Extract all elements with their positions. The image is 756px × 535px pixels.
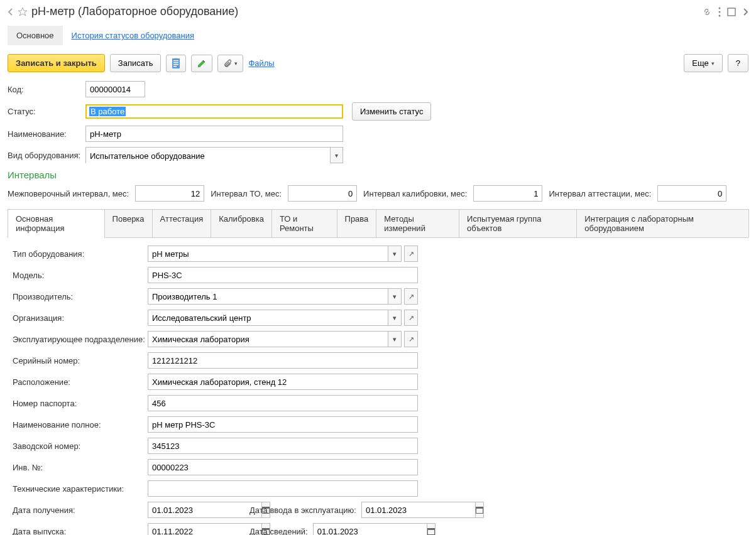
link-icon[interactable] <box>702 7 712 17</box>
attach-button[interactable]: ▾ <box>217 55 243 72</box>
details-section: Тип оборудования: ▾ ↗ Модель: Производит… <box>8 246 748 535</box>
svg-rect-16 <box>427 529 434 531</box>
maximize-icon[interactable] <box>727 8 736 16</box>
svg-rect-12 <box>476 507 483 509</box>
equip-type-detail-label: Тип оборудования: <box>13 249 148 259</box>
more-vert-icon[interactable] <box>718 7 721 17</box>
edit-button[interactable] <box>191 55 212 72</box>
location-input[interactable] <box>148 374 418 390</box>
report-button[interactable] <box>166 55 186 72</box>
nav-tab-main[interactable]: Основное <box>8 26 63 45</box>
status-label: Статус: <box>8 107 82 116</box>
maintenance-interval-label: Интервал ТО, мес: <box>211 189 282 198</box>
svg-rect-6 <box>173 62 178 63</box>
tab-integration[interactable]: Интеграция с лабораторным оборудованием <box>576 209 749 237</box>
equip-type-select[interactable] <box>86 148 330 164</box>
commission-date-input[interactable] <box>361 502 475 518</box>
chevron-down-icon[interactable]: ▾ <box>388 310 402 326</box>
tab-test-group[interactable]: Испытуемая группа объектов <box>459 209 577 237</box>
model-input[interactable] <box>148 267 418 283</box>
open-ref-icon[interactable]: ↗ <box>404 246 418 262</box>
change-status-button[interactable]: Изменить статус <box>352 102 431 121</box>
nav-tabs: Основное История статусов оборудования <box>8 26 748 45</box>
tab-methods[interactable]: Методы измерений <box>376 209 459 237</box>
sub-tabs: Основная информация Поверка Аттестация К… <box>8 209 748 238</box>
equip-type-label: Вид оборудования: <box>8 151 82 160</box>
tech-spec-input[interactable] <box>148 480 418 497</box>
verification-interval-label: Межповерочный интервал, мес: <box>8 189 129 198</box>
intervals-row: Межповерочный интервал, мес: Интервал ТО… <box>8 185 748 202</box>
page-title: pH-метр (Лабораторное оборудование) <box>31 5 238 18</box>
more-button[interactable]: Еще ▾ <box>684 54 722 72</box>
info-date-label: Дата сведений: <box>249 527 308 536</box>
manufacturer-input[interactable] <box>148 288 388 305</box>
verification-interval-input[interactable] <box>135 185 204 202</box>
model-label: Модель: <box>13 271 148 280</box>
svg-rect-3 <box>728 8 735 16</box>
tab-maintenance[interactable]: ТО и Ремонты <box>271 209 337 237</box>
write-and-close-button[interactable]: Записать и закрыть <box>8 54 105 72</box>
factory-num-label: Заводской номер: <box>13 441 148 451</box>
tab-verification[interactable]: Поверка <box>104 209 153 237</box>
receipt-date-input[interactable] <box>148 502 261 518</box>
write-button[interactable]: Записать <box>110 54 162 72</box>
files-link[interactable]: Файлы <box>248 58 274 68</box>
chevron-down-icon[interactable]: ▾ <box>388 331 402 347</box>
release-date-label: Дата выпуска: <box>13 527 148 536</box>
org-input[interactable] <box>148 310 388 326</box>
maintenance-interval-input[interactable] <box>288 185 357 202</box>
svg-rect-4 <box>172 58 180 68</box>
attestation-interval-label: Интервал аттестации, мес: <box>549 189 651 198</box>
svg-point-1 <box>719 11 721 13</box>
back-icon[interactable] <box>8 8 14 16</box>
serial-label: Серийный номер: <box>13 356 148 365</box>
open-ref-icon[interactable]: ↗ <box>404 310 418 326</box>
calendar-icon[interactable] <box>475 502 484 518</box>
toolbar: Записать и закрыть Записать ▾ Файлы Еще … <box>8 54 748 72</box>
tab-calibration[interactable]: Калибровка <box>211 209 272 237</box>
factory-num-input[interactable] <box>148 438 418 454</box>
info-date-input[interactable] <box>313 523 427 535</box>
full-name-input[interactable] <box>148 416 418 433</box>
chevron-down-icon[interactable]: ▾ <box>388 288 402 305</box>
calibration-interval-label: Интервал калибровки, мес: <box>363 189 467 198</box>
tech-spec-label: Технические характеристики: <box>13 484 148 494</box>
org-label: Организация: <box>13 313 148 323</box>
status-value: В работе <box>89 107 126 116</box>
intervals-title: Интервалы <box>8 170 748 180</box>
name-label: Наименование: <box>8 129 82 139</box>
help-button[interactable]: ? <box>728 54 748 72</box>
forward-icon[interactable] <box>742 8 748 16</box>
serial-input[interactable] <box>148 352 418 369</box>
chevron-down-icon[interactable]: ▾ <box>330 148 342 163</box>
open-ref-icon[interactable]: ↗ <box>404 331 418 347</box>
chevron-down-icon[interactable]: ▾ <box>388 246 402 262</box>
commission-date-label: Дата ввода в эксплуатацию: <box>249 505 356 515</box>
status-input[interactable]: В работе <box>85 104 343 119</box>
passport-input[interactable] <box>148 395 418 411</box>
star-icon[interactable] <box>18 7 28 17</box>
svg-rect-5 <box>173 60 178 62</box>
svg-point-2 <box>719 14 721 16</box>
manufacturer-label: Производитель: <box>13 292 148 301</box>
attestation-interval-input[interactable] <box>657 185 726 202</box>
code-input[interactable] <box>85 81 145 97</box>
receipt-date-label: Дата получения: <box>13 505 148 515</box>
header-bar: pH-метр (Лабораторное оборудование) <box>8 5 748 18</box>
nav-tab-status-history[interactable]: История статусов оборудования <box>63 26 203 45</box>
inv-num-input[interactable] <box>148 459 418 475</box>
svg-rect-8 <box>173 66 177 67</box>
calibration-interval-input[interactable] <box>473 185 542 202</box>
name-input[interactable] <box>85 126 343 142</box>
dept-input[interactable] <box>148 331 388 347</box>
open-ref-icon[interactable]: ↗ <box>404 288 418 305</box>
tab-main-info[interactable]: Основная информация <box>8 209 105 238</box>
full-name-label: Наименование полное: <box>13 420 148 430</box>
equip-type-detail-input[interactable] <box>148 246 388 262</box>
location-label: Расположение: <box>13 377 148 387</box>
tab-attestation[interactable]: Аттестация <box>152 209 212 237</box>
inv-num-label: Инв. №: <box>13 463 148 472</box>
calendar-icon[interactable] <box>427 523 436 535</box>
release-date-input[interactable] <box>148 523 261 535</box>
tab-rights[interactable]: Права <box>337 209 377 237</box>
